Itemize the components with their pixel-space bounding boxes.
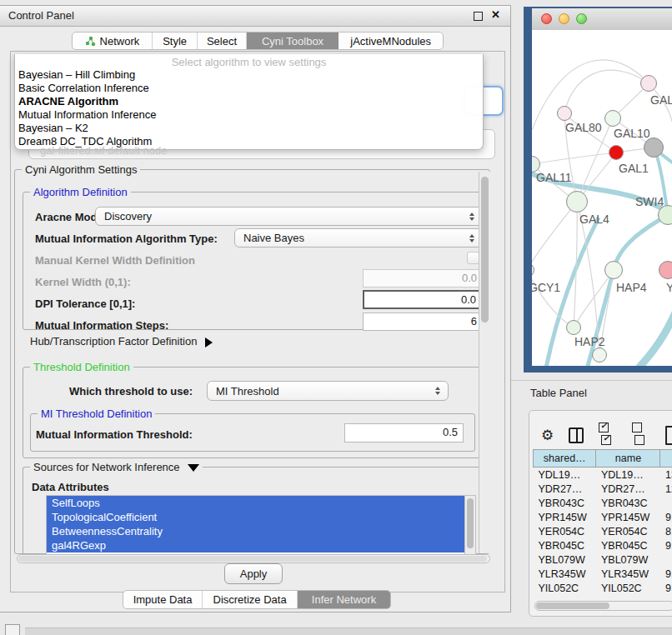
float-window-icon[interactable] — [474, 12, 483, 21]
network-canvas[interactable]: GAL GAL80 GAL10 GAL1 GAL11 SWI4 GAL4 GCY… — [532, 30, 672, 366]
tab-jactivemnodules[interactable]: jActiveMNodules — [339, 32, 443, 49]
tab-impute-data[interactable]: Impute Data — [123, 591, 203, 608]
table-row[interactable]: YER054CYER054C8. — [534, 524, 672, 538]
column-header-shared[interactable]: shared… — [534, 450, 596, 468]
cell[interactable]: YBL079W — [534, 552, 596, 567]
table-row[interactable]: YIL052CYIL052C9 — [534, 581, 672, 595]
tab-style[interactable]: Style — [153, 32, 198, 49]
table-row[interactable]: YBR045CYBR045C9. — [534, 538, 672, 552]
tab-network[interactable]: Network — [73, 32, 153, 49]
cell[interactable]: YDL19… — [534, 468, 596, 482]
cell[interactable]: YDR27… — [534, 482, 596, 496]
table-row[interactable]: YDL19…YDL19…13 — [534, 468, 672, 482]
cell[interactable]: YER054C — [596, 524, 660, 538]
aracne-mode-combobox[interactable]: Discovery — [95, 207, 483, 226]
gear-icon[interactable]: ⚙ — [541, 427, 554, 444]
cell[interactable]: YPR145W — [596, 510, 660, 524]
network-window-titlebar[interactable] — [532, 8, 672, 31]
network-node-gal10[interactable] — [604, 110, 621, 127]
table-row[interactable]: YBR043CYBR043C — [534, 496, 672, 510]
network-node-gal-top[interactable] — [640, 75, 657, 92]
cell[interactable]: YDR27… — [596, 482, 660, 496]
menu-item-bayesian-k2[interactable]: Bayesian – K2 — [15, 122, 483, 135]
network-node-bottom[interactable] — [592, 348, 607, 362]
menu-item-aracne[interactable]: ARACNE Algorithm — [15, 95, 483, 108]
which-threshold-combobox[interactable]: MI Threshold — [207, 381, 449, 401]
column-header-name[interactable]: name — [596, 450, 660, 468]
kernel-width-field[interactable]: 0.0 — [363, 269, 483, 288]
cell[interactable]: 9 — [660, 581, 672, 595]
attributes-scrollbar[interactable] — [464, 496, 475, 554]
cell[interactable]: 9. — [660, 567, 672, 581]
tab-infer-network[interactable]: Infer Network — [298, 591, 390, 608]
column-header-cut[interactable]: A — [660, 450, 672, 468]
tab-network-label: Network — [100, 35, 140, 48]
mi-threshold-definition-title: MI Threshold Definition — [38, 408, 155, 420]
table-row[interactable]: YPR145WYPR145W9. — [534, 510, 672, 524]
settings-hscrollbar[interactable] — [17, 554, 490, 563]
cell[interactable]: YBL079W — [596, 552, 660, 567]
network-node-hap2[interactable] — [566, 320, 581, 335]
list-item-gal4rgexp[interactable]: gal4RGexp — [47, 538, 475, 552]
cell[interactable]: YLR345W — [534, 567, 596, 581]
cell[interactable]: YLR345W — [596, 567, 660, 581]
close-icon[interactable]: ✕ — [491, 8, 500, 21]
table-row[interactable]: YDR27…YDR27…12 — [534, 482, 672, 496]
network-node-hap4[interactable] — [604, 261, 623, 279]
cell[interactable]: 8. — [660, 524, 672, 538]
cell[interactable]: YER054C — [534, 524, 596, 538]
sources-title[interactable]: Sources for Network Inference — [30, 461, 203, 473]
tab-discretize-data[interactable]: Discretize Data — [203, 591, 298, 608]
cell[interactable]: 12 — [660, 482, 672, 496]
columns-icon[interactable] — [569, 428, 584, 443]
menu-item-bayesian-hill-climbing[interactable]: Bayesian – Hill Climbing — [15, 68, 483, 82]
data-attributes-list[interactable]: SelfLoops TopologicalCoefficient Between… — [46, 495, 476, 554]
mi-threshold-field[interactable]: 0.5 — [344, 423, 464, 442]
control-panel-titlebar[interactable]: Control Panel ✕ — [0, 6, 510, 27]
list-item-topologicalcoefficient[interactable]: TopologicalCoefficient — [47, 510, 475, 524]
cell[interactable]: YIL052C — [534, 581, 596, 595]
list-item-selfloops[interactable]: SelfLoops — [47, 496, 475, 510]
cell[interactable]: 9. — [660, 510, 672, 524]
network-node-gal4[interactable] — [566, 191, 588, 212]
menu-item-mutual-information[interactable]: Mutual Information Inference — [15, 108, 483, 122]
network-node-gal80[interactable] — [557, 106, 572, 121]
cell[interactable]: 13 — [660, 468, 672, 482]
table-row[interactable]: YLR345WYLR345W9. — [534, 567, 672, 581]
mi-algorithm-type-combobox[interactable]: Naive Bayes — [234, 228, 483, 248]
close-traffic-light-icon[interactable] — [541, 13, 552, 24]
document-icon[interactable] — [665, 426, 672, 445]
cell[interactable]: 9. — [660, 538, 672, 552]
cell[interactable]: YBR045C — [596, 538, 660, 552]
stepper-icon — [469, 212, 474, 221]
minimize-traffic-light-icon[interactable] — [559, 13, 569, 24]
mi-steps-field[interactable]: 6 — [363, 312, 483, 331]
cell[interactable]: YBR045C — [534, 538, 596, 552]
network-node-salmon[interactable] — [659, 261, 672, 279]
table-hscrollbar[interactable] — [534, 601, 672, 611]
apply-button[interactable]: Apply — [224, 563, 283, 584]
menu-item-basic-correlation[interactable]: Basic Correlation Inference — [15, 82, 483, 95]
cell[interactable]: YBR043C — [596, 496, 660, 510]
select-all-checks-icon[interactable]: ✓✓ — [599, 422, 617, 448]
unselect-all-checks-icon[interactable] — [632, 422, 650, 448]
hub-definition-expander[interactable]: Hub/Transcription Factor Definition — [30, 335, 213, 348]
cell[interactable]: YIL052C — [596, 581, 660, 595]
tab-select[interactable]: Select — [198, 32, 246, 49]
cell[interactable]: YPR145W — [534, 510, 596, 524]
cell[interactable] — [660, 552, 672, 567]
list-item-betweennesscentrality[interactable]: BetweennessCentrality — [47, 524, 475, 538]
tab-cyni-toolbox[interactable]: Cyni Toolbox — [247, 32, 339, 49]
network-node-selected-red[interactable] — [609, 145, 624, 160]
dpi-tolerance-field[interactable]: 0.0 — [363, 290, 483, 309]
manual-kernel-width-checkbox[interactable] — [467, 252, 479, 264]
network-node-gray[interactable] — [644, 138, 664, 158]
table-row[interactable]: YBL079WYBL079W — [534, 552, 672, 567]
cell[interactable]: YDL19… — [596, 468, 660, 482]
cell[interactable]: YBR043C — [534, 496, 596, 510]
settings-scrollbar[interactable] — [479, 172, 490, 553]
cell[interactable] — [660, 496, 672, 510]
minimized-panel-icon[interactable] — [5, 624, 20, 635]
zoom-traffic-light-icon[interactable] — [576, 13, 587, 24]
which-threshold-label: Which threshold to use: — [69, 385, 193, 398]
